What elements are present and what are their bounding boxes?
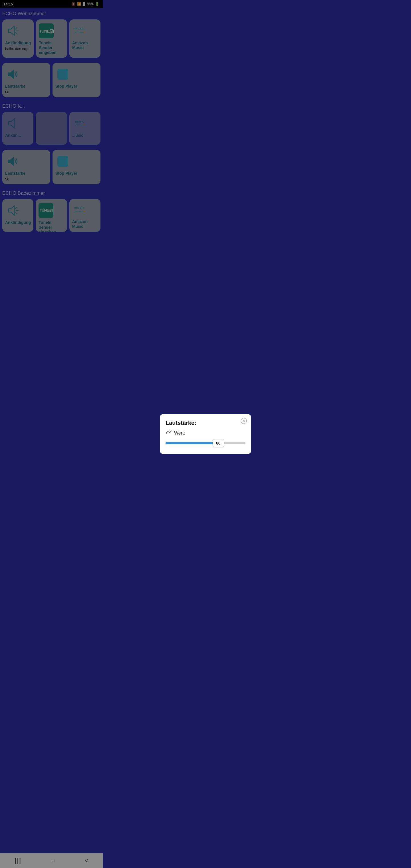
- modal-overlay[interactable]: Lautstärke: Wert: 60: [0, 0, 103, 250]
